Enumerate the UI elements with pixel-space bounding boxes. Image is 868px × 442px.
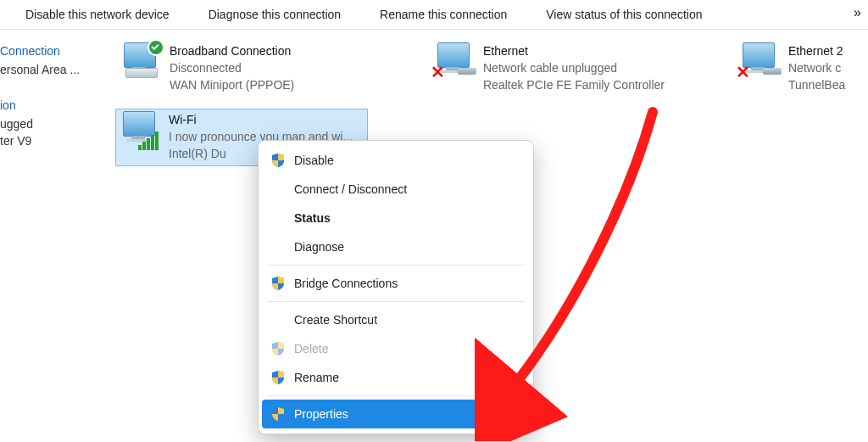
- menu-label: Delete: [294, 342, 520, 355]
- menu-separator: [267, 395, 525, 396]
- menu-label: Bridge Connections: [294, 277, 520, 290]
- menu-label: Properties: [294, 407, 520, 421]
- menu-label: Status: [294, 211, 520, 225]
- connection-device: WAN Miniport (PPPOE): [170, 76, 294, 93]
- connection-device: Realtek PCIe FE Family Controller: [483, 76, 665, 93]
- menu-delete-disabled: Delete: [262, 334, 530, 363]
- spacer-icon: [270, 312, 286, 327]
- network-adapter-icon: ✕: [432, 42, 480, 81]
- network-adapter-icon: ✕: [737, 42, 785, 81]
- uac-shield-icon: [270, 406, 286, 422]
- connection-device: TunnelBea: [788, 76, 845, 93]
- spacer-icon: [270, 239, 286, 255]
- tile-broadband[interactable]: Broadband Connection Disconnected WAN Mi…: [119, 42, 407, 93]
- tile-ethernet[interactable]: ✕ Ethernet Network cable unplugged Realt…: [432, 42, 712, 93]
- spacer-icon: [270, 210, 286, 226]
- menu-status[interactable]: Status: [262, 204, 530, 232]
- menu-disable[interactable]: Disable: [262, 146, 530, 175]
- connection-status: Disconnected: [170, 59, 294, 76]
- sidebar-line: ersonal Area ...: [0, 61, 102, 78]
- status-error-icon: ✕: [431, 66, 445, 78]
- connection-status: Network c: [788, 59, 845, 76]
- menu-separator: [267, 265, 525, 266]
- wifi-adapter-icon: [118, 111, 165, 150]
- uac-shield-icon: [270, 341, 286, 356]
- sidebar-heading: Connection: [0, 42, 102, 59]
- cmd-view-status[interactable]: View status of this connection: [546, 8, 702, 21]
- connection-name: Ethernet 2: [788, 42, 845, 59]
- overflow-chevron-icon[interactable]: »: [854, 5, 861, 20]
- cmd-rename[interactable]: Rename this connection: [380, 8, 507, 21]
- menu-rename[interactable]: Rename: [262, 363, 530, 392]
- status-error-icon: ✕: [736, 66, 750, 78]
- menu-label: Create Shortcut: [294, 313, 520, 327]
- tile-ethernet2[interactable]: ✕ Ethernet 2 Network c TunnelBea: [737, 42, 868, 93]
- menu-label: Connect / Disconnect: [294, 182, 520, 196]
- menu-label: Diagnose: [294, 240, 520, 254]
- signal-bars-icon: [138, 131, 159, 150]
- status-ok-icon: [147, 39, 164, 56]
- spacer-icon: [270, 182, 286, 197]
- sidebar-heading-2: ion: [0, 97, 102, 114]
- menu-connect[interactable]: Connect / Disconnect: [262, 175, 530, 204]
- network-adapter-icon: [119, 42, 166, 81]
- connection-status: Network cable unplugged: [483, 59, 665, 76]
- connection-name: Broadband Connection: [170, 42, 294, 59]
- cmd-disable-device[interactable]: Disable this network device: [25, 8, 170, 21]
- connection-name: Ethernet: [483, 42, 665, 59]
- cmd-diagnose[interactable]: Diagnose this connection: [209, 8, 341, 21]
- menu-properties-highlighted[interactable]: Properties: [262, 400, 530, 428]
- context-menu: Disable Connect / Disconnect Status Diag…: [258, 140, 534, 434]
- sidebar-line: ter V9: [0, 132, 102, 149]
- menu-label: Disable: [294, 154, 520, 167]
- menu-separator: [267, 301, 525, 302]
- uac-shield-icon: [270, 153, 286, 168]
- menu-bridge[interactable]: Bridge Connections: [262, 269, 530, 298]
- uac-shield-icon: [270, 276, 286, 291]
- menu-label: Rename: [294, 371, 520, 384]
- sidebar-fragment: Connection ersonal Area ... ion ugged te…: [0, 37, 102, 149]
- menu-shortcut[interactable]: Create Shortcut: [262, 305, 530, 334]
- sidebar-line: ugged: [0, 115, 102, 132]
- command-bar: Disable this network device Diagnose thi…: [0, 0, 868, 30]
- connection-name: Wi-Fi: [169, 111, 353, 128]
- uac-shield-icon: [270, 370, 286, 385]
- menu-diagnose[interactable]: Diagnose: [262, 232, 530, 261]
